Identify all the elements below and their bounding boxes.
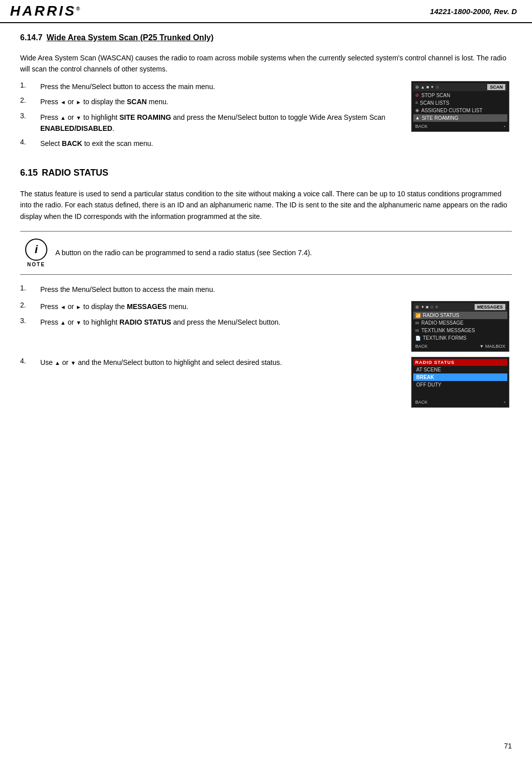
note-box: i NOTE A button on the radio can be prog… bbox=[20, 231, 512, 275]
step-2-1: 1. Press the Menu/Select button to acces… bbox=[20, 284, 512, 295]
screen-row-at-scene: AT SCENE bbox=[413, 366, 507, 373]
steps-col-3: 4. Use ▲ or ▼ and the Menu/Select button… bbox=[20, 357, 401, 374]
document-id: 14221-1800-2000, Rev. D bbox=[430, 7, 517, 16]
screen-tab-scan: SCAN bbox=[487, 84, 505, 90]
step-text: Press ◄ or ► to display the SCAN menu. bbox=[40, 96, 401, 107]
screen-header-bar-1: ⊕ ▲ ■ ✦ ☆ SCAN bbox=[413, 83, 507, 91]
section-6-14-7-intro: Wide Area System Scan (WASCAN) causes th… bbox=[20, 52, 512, 75]
screen-header-bar-2: ⊕ ✦ ■ ☆ ✧ MESSAGES bbox=[413, 303, 507, 311]
registered-mark: ® bbox=[76, 6, 82, 12]
screen-label: SCAN LISTS bbox=[420, 100, 449, 106]
step-1-1: 1. Press the Menu/Select button to acces… bbox=[20, 81, 401, 92]
step-2-3: 3. Press ▲ or ▼ to highlight RADIO STATU… bbox=[20, 317, 401, 328]
steps-list-2-mid: 2. Press ◄ or ► to display the MESSAGES … bbox=[20, 301, 401, 328]
screen-label: SITE ROAMING bbox=[422, 115, 459, 121]
section-6-14-7-header: 6.14.7 Wide Area System Scan (P25 Trunke… bbox=[20, 33, 512, 47]
step-2-4: 4. Use ▲ or ▼ and the Menu/Select button… bbox=[20, 357, 401, 368]
note-label: NOTE bbox=[27, 262, 45, 267]
screen-label: RADIO MESSAGE bbox=[421, 320, 464, 326]
section-title-6-15: RADIO STATUS bbox=[42, 168, 108, 178]
section-6-15: 6.15 RADIO STATUS The status feature is … bbox=[20, 168, 512, 408]
step-num: 2. bbox=[20, 301, 34, 309]
radio-screen-3: RADIO STATUS AT SCENE BREAK OFF DUTY BAC… bbox=[411, 357, 512, 408]
note-icon-wrap: i NOTE bbox=[25, 239, 47, 267]
page-header: HARRIS® 14221-1800-2000, Rev. D bbox=[0, 0, 532, 23]
screen-label: RADIO STATUS bbox=[423, 313, 459, 318]
screen-label: TEXTLINK FORMS bbox=[423, 335, 467, 341]
logo-text: HARRIS® bbox=[10, 3, 82, 19]
screen-row-off-duty: OFF DUTY bbox=[413, 381, 507, 389]
step-2-2: 2. Press ◄ or ► to display the MESSAGES … bbox=[20, 301, 401, 312]
screen-row-radio-message: ✉ RADIO MESSAGE bbox=[413, 319, 507, 327]
step-num: 3. bbox=[20, 317, 34, 325]
step-num: 1. bbox=[20, 81, 34, 89]
screen-row-scan-lists: ≡ SCAN LISTS bbox=[413, 99, 507, 107]
radio-screen-2: ⊕ ✦ ■ ☆ ✧ MESSAGES 📶 RADIO STATUS ✉ RADI… bbox=[411, 301, 512, 352]
screen-status-icons-2: ⊕ ✦ ■ ☆ ✧ bbox=[415, 305, 439, 310]
screen-display-3: RADIO STATUS AT SCENE BREAK OFF DUTY BAC… bbox=[411, 357, 509, 408]
step-num: 4. bbox=[20, 357, 34, 365]
screen-label: ASSIGNED CUSTOM LIST bbox=[421, 108, 483, 113]
section-6-15-header: 6.15 RADIO STATUS bbox=[20, 168, 512, 183]
steps-col-1: 1. Press the Menu/Select button to acces… bbox=[20, 81, 401, 156]
steps-list-2-top: 1. Press the Menu/Select button to acces… bbox=[20, 284, 512, 295]
step-text: Use ▲ or ▼ and the Menu/Select button to… bbox=[40, 357, 401, 368]
step-text: Press ▲ or ▼ to highlight SITE ROAMING a… bbox=[40, 112, 401, 134]
steps-list-1: 1. Press the Menu/Select button to acces… bbox=[20, 81, 401, 149]
steps-list-2-bot: 4. Use ▲ or ▼ and the Menu/Select button… bbox=[20, 357, 401, 368]
screen-bottom-3: BACK ▪ bbox=[413, 399, 507, 406]
screen-display-2: ⊕ ✦ ■ ☆ ✧ MESSAGES 📶 RADIO STATUS ✉ RADI… bbox=[411, 301, 509, 352]
step-num: 4. bbox=[20, 138, 34, 146]
screen-tab-messages: MESSAGES bbox=[475, 304, 505, 310]
screen-row-site-roaming: ▲ SITE ROAMING bbox=[413, 114, 507, 122]
radio-screen-1: ⊕ ▲ ■ ✦ ☆ SCAN ⊘ STOP SCAN ≡ SCAN LISTS … bbox=[411, 81, 512, 132]
screen-row-stop-scan: ⊘ STOP SCAN bbox=[413, 92, 507, 99]
screen-back-label: BACK bbox=[415, 124, 428, 129]
step-1-3: 3. Press ▲ or ▼ to highlight SITE ROAMIN… bbox=[20, 112, 401, 134]
screen-header-radio-status: RADIO STATUS bbox=[413, 359, 507, 366]
screen-row-textlink-messages: ✉ TEXTLINK MESSAGES bbox=[413, 327, 507, 334]
screen-display-1: ⊕ ▲ ■ ✦ ☆ SCAN ⊘ STOP SCAN ≡ SCAN LISTS … bbox=[411, 81, 509, 132]
screen-bottom-2: BACK ▼ MAILBOX bbox=[413, 343, 507, 350]
screen-row-textlink-forms: 📄 TEXTLINK FORMS bbox=[413, 334, 507, 342]
section-title-6-14-7: Wide Area System Scan (P25 Trunked Only) bbox=[46, 33, 213, 42]
screen-status-icons: ⊕ ▲ ■ ✦ ☆ bbox=[415, 85, 439, 90]
note-text: A button on the radio can be programmed … bbox=[55, 248, 507, 258]
steps-col-2: 2. Press ◄ or ► to display the MESSAGES … bbox=[20, 301, 401, 334]
section-6-15-intro: The status feature is used to send a par… bbox=[20, 188, 512, 222]
step-text: Press ▲ or ▼ to highlight RADIO STATUS a… bbox=[40, 317, 401, 328]
screen-row-radio-status: 📶 RADIO STATUS bbox=[413, 312, 507, 319]
screen-bottom-1: BACK ▪ bbox=[413, 123, 507, 130]
company-logo: HARRIS® bbox=[10, 3, 82, 19]
screen-row-assigned-custom: ◉ ASSIGNED CUSTOM LIST bbox=[413, 107, 507, 114]
step-num: 2. bbox=[20, 96, 34, 104]
page-footer: 71 bbox=[504, 742, 512, 750]
step-1-4: 4. Select BACK to exit the scan menu. bbox=[20, 138, 401, 149]
page-content: 6.14.7 Wide Area System Scan (P25 Trunke… bbox=[0, 23, 532, 428]
section-number-6-14-7: 6.14.7 bbox=[20, 33, 42, 42]
note-icon: i bbox=[25, 239, 47, 261]
screen-row-break: BREAK bbox=[413, 373, 507, 381]
page-number: 71 bbox=[504, 742, 512, 750]
step-1-2: 2. Press ◄ or ► to display the SCAN menu… bbox=[20, 96, 401, 107]
step-num: 1. bbox=[20, 284, 34, 292]
step-text: Select BACK to exit the scan menu. bbox=[40, 138, 401, 149]
screen-empty-space bbox=[413, 389, 507, 398]
section-number-6-15: 6.15 bbox=[20, 168, 38, 178]
steps-screen3-container: 4. Use ▲ or ▼ and the Menu/Select button… bbox=[20, 357, 512, 408]
step-text: Press the Menu/Select button to access t… bbox=[40, 284, 512, 295]
screen-back-label-3: BACK bbox=[415, 400, 428, 405]
step-text: Press the Menu/Select button to access t… bbox=[40, 81, 401, 92]
steps-screen2-container: 2. Press ◄ or ► to display the MESSAGES … bbox=[20, 301, 512, 352]
screen-label: STOP SCAN bbox=[421, 93, 450, 98]
screen-label: TEXTLINK MESSAGES bbox=[421, 328, 475, 333]
step-num: 3. bbox=[20, 112, 34, 120]
step-text: Press ◄ or ► to display the MESSAGES men… bbox=[40, 301, 401, 312]
screen-back-label-2: BACK bbox=[415, 344, 428, 349]
section-6-14-7-content: 1. Press the Menu/Select button to acces… bbox=[20, 81, 512, 156]
